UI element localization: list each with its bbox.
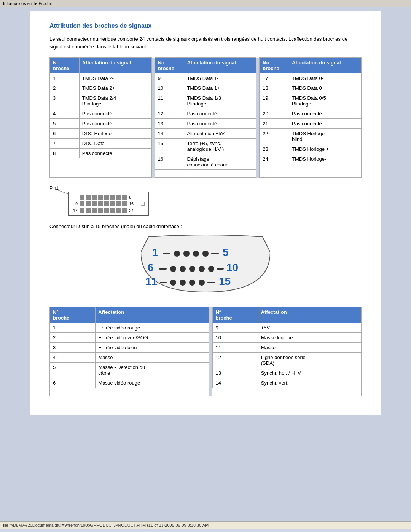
table-row: 14Alimentation +5V <box>155 129 256 139</box>
svg-point-12 <box>180 266 186 272</box>
col2-header-no: Nobroche <box>155 58 184 73</box>
table-row: 11Masse <box>213 343 361 353</box>
connector-row-1: 8 <box>71 195 145 200</box>
dsub-label: Connecteur D-sub à 15 broches (mâle) du … <box>49 224 362 229</box>
table-row: 3Entrée vidéo bleu <box>50 343 209 353</box>
table-row: 13Synchr. hor. / H+V <box>213 368 361 378</box>
table-row: 20Pas connecté <box>260 109 361 119</box>
svg-rect-10 <box>159 268 167 270</box>
svg-point-11 <box>170 266 176 272</box>
dvi-col-1: Nobroche Affectation du signal 1TMDS Dat… <box>50 58 152 178</box>
table-row: 7DDC Data <box>50 139 151 149</box>
dvi-pin-table: Nobroche Affectation du signal 1TMDS Dat… <box>49 57 362 178</box>
table-row: 19TMDS Data 0/5Blindage <box>260 93 361 109</box>
dsub-col-2: N°broche Affectation 9+5V 10Masse logiqu… <box>212 307 362 396</box>
svg-point-21 <box>180 280 186 286</box>
svg-point-4 <box>183 251 190 257</box>
svg-rect-2 <box>163 253 170 254</box>
dsub-col2-header-no: N°broche <box>213 307 258 323</box>
table-row: 10TMDS Data 1+ <box>155 83 256 93</box>
table-row: 11TMDS Data 1/3Blindage <box>155 93 256 109</box>
connector-row-2: 9 16 □ <box>71 200 145 207</box>
svg-point-22 <box>189 280 195 286</box>
table-row: 6DDC Horloge <box>50 129 151 139</box>
col-divider-1 <box>151 58 155 178</box>
table-row: 5Masse - Détection ducâble <box>50 363 209 378</box>
svg-point-20 <box>170 280 176 286</box>
svg-point-6 <box>202 251 209 257</box>
dsub-col1-header-signal: Affectation <box>96 307 209 323</box>
svg-rect-19 <box>160 282 167 283</box>
col1-header-signal: Affectation du signal <box>79 58 151 73</box>
table-row: 9TMDS Data 1- <box>155 73 256 83</box>
svg-text:1: 1 <box>152 246 158 258</box>
page-container: Attribution des broches de signaux Le se… <box>30 11 381 415</box>
svg-rect-24 <box>207 282 215 283</box>
svg-text:6: 6 <box>148 262 154 273</box>
table-row: 12Pas connecté <box>155 109 256 119</box>
description-text: Le seul connecteur numérique comporte 24… <box>49 35 362 50</box>
table-row: 23TMDS Horloge + <box>260 144 361 154</box>
dvi-col-3: Nobroche Affectation du signal 17TMDS Da… <box>260 58 362 178</box>
col3-header-no: Nobroche <box>260 58 289 73</box>
table-row: 1Entrée vidéo rouge <box>50 323 209 333</box>
status-bar: file:///D|/My%20Documents/dfu/A9/french/… <box>0 521 411 529</box>
table-row: 9+5V <box>213 323 361 333</box>
svg-point-13 <box>189 266 195 272</box>
content-area: Attribution des broches de signaux Le se… <box>0 7 411 521</box>
dsub-col-1-table: N°broche Affectation 1Entrée vidéo rouge… <box>50 307 209 388</box>
svg-text:5: 5 <box>223 246 229 258</box>
dsub-col2-header-signal: Affectation <box>258 307 361 323</box>
title-bar: Informations sur le Produit <box>0 0 411 7</box>
table-row: 13Pas connecté <box>155 119 256 129</box>
table-row: 2Entrée vidéo vert/SOG <box>50 333 209 343</box>
table-row: 18TMDS Data 0+ <box>260 83 361 93</box>
col3-header-signal: Affectation du signal <box>289 58 361 73</box>
dsub-col-1: N°broche Affectation 1Entrée vidéo rouge… <box>50 307 209 396</box>
svg-point-15 <box>208 266 214 272</box>
table-row: 3TMDS Data 2/4Blindage <box>50 93 151 109</box>
svg-rect-16 <box>217 268 224 270</box>
table-row: 8Pas connecté <box>50 149 151 158</box>
dvi-col-3-table: Nobroche Affectation du signal 17TMDS Da… <box>260 58 361 164</box>
dsub-pin-table-section: N°broche Affectation 1Entrée vidéo rouge… <box>49 307 362 396</box>
table-row: 17TMDS Data 0- <box>260 73 361 83</box>
dvi-connector-diagram: 8 9 16 □ <box>68 192 149 216</box>
svg-text:11: 11 <box>145 275 157 287</box>
col1-header-no: Nobroche <box>50 58 80 73</box>
table-row: 1TMDS Data 2- <box>50 73 151 83</box>
col2-header-signal: Affectation du signal <box>184 58 256 73</box>
table-row: 14Synchr. vert. <box>213 378 361 388</box>
col-divider-2 <box>256 58 260 178</box>
title-bar-text: Informations sur le Produit <box>3 1 52 6</box>
table-row: 5Pas connecté <box>50 119 151 129</box>
table-row: 21Pas connecté <box>260 119 361 129</box>
table-row: 10Masse logique <box>213 333 361 343</box>
dsub-pin-table: N°broche Affectation 1Entrée vidéo rouge… <box>49 307 362 396</box>
svg-point-14 <box>199 266 205 272</box>
dvi-col-2: Nobroche Affectation du signal 9TMDS Dat… <box>155 58 256 178</box>
dsub-svg: 1 5 6 <box>141 233 270 294</box>
pin-diagram: Pin1 <box>49 185 362 216</box>
page-title: Attribution des broches de signaux <box>49 22 362 29</box>
dsub-col1-header-no: N°broche <box>50 307 96 323</box>
table-row: 2TMDS Data 2+ <box>50 83 151 93</box>
dvi-col-2-table: Nobroche Affectation du signal 9TMDS Dat… <box>155 58 256 170</box>
table-row: 4Pas connecté <box>50 109 151 119</box>
table-row: 16Dépistageconnexion à chaud <box>155 154 256 170</box>
dsub-diagram-section: 1 5 6 <box>49 233 362 295</box>
table-row: 12Ligne données série(SDA) <box>213 353 361 368</box>
table-row: 22TMDS Horlogeblind. <box>260 129 361 144</box>
pin1-label: Pin1 <box>49 185 362 191</box>
table-row: 24TMDS Horloge- <box>260 154 361 164</box>
connector-row-3: 17 24 <box>71 208 145 213</box>
svg-point-5 <box>193 251 199 257</box>
table-row: 4Masse <box>50 353 209 363</box>
svg-text:15: 15 <box>219 275 231 287</box>
dsub-col-divider <box>209 307 212 396</box>
dvi-col-1-table: Nobroche Affectation du signal 1TMDS Dat… <box>50 58 151 158</box>
svg-text:10: 10 <box>226 262 238 273</box>
status-bar-text: file:///D|/My%20Documents/dfu/A9/french/… <box>3 523 209 527</box>
svg-rect-7 <box>211 253 219 254</box>
svg-point-3 <box>174 251 180 257</box>
